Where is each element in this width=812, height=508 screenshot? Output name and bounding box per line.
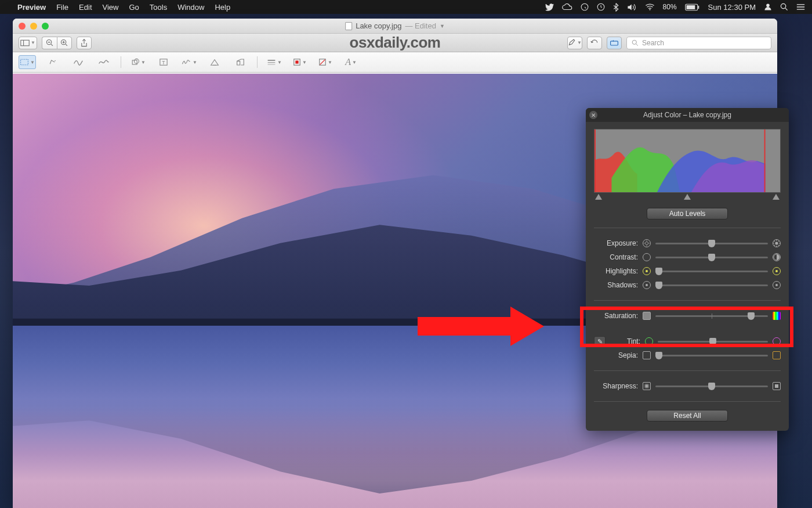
battery-percent: 80% — [663, 3, 677, 11]
mid-point-handle[interactable] — [684, 194, 691, 200]
adjust-size-button[interactable] — [231, 55, 249, 69]
window-titlebar[interactable]: Lake copy.jpg — Edited ▼ — [13, 19, 777, 34]
help-menu[interactable]: Help — [215, 3, 230, 12]
shapes-button[interactable]: ▼ — [129, 55, 147, 69]
tint-slider[interactable] — [658, 341, 768, 343]
view-menu[interactable]: View — [103, 3, 119, 12]
watermark-text: osxdaily.com — [350, 34, 441, 52]
highlights-high-icon — [773, 267, 781, 275]
text-style-button[interactable]: A▼ — [342, 55, 360, 69]
border-color-button[interactable]: ▼ — [291, 55, 309, 69]
go-menu[interactable]: Go — [129, 3, 139, 12]
tint-magenta-icon — [773, 337, 781, 345]
markup-toolbar: ▼ ▼ T ▼ ▼ ▼ ▼ A▼ — [13, 52, 777, 73]
file-menu[interactable]: File — [56, 3, 68, 12]
svg-point-6 — [781, 3, 785, 8]
svg-rect-22 — [764, 129, 766, 192]
histogram[interactable] — [594, 129, 781, 193]
black-point-handle[interactable] — [595, 194, 602, 200]
zoom-in-button[interactable] — [57, 37, 72, 49]
sketch-button[interactable] — [70, 55, 87, 69]
contrast-slider[interactable] — [655, 257, 768, 258]
saturation-high-icon — [773, 312, 781, 320]
annotation-arrow — [418, 307, 574, 346]
highlight-button[interactable]: ▼ — [567, 37, 582, 49]
document-icon — [345, 22, 352, 30]
contrast-high-icon — [773, 253, 781, 261]
saturation-low-icon — [643, 312, 651, 320]
svg-point-24 — [775, 242, 778, 244]
panel-title-text: Adjust Color – Lake copy.jpg — [643, 111, 731, 119]
highlights-label: Highlights: — [594, 267, 638, 275]
bluetooth-menu-icon[interactable] — [613, 3, 619, 12]
highlights-slider-row: Highlights: — [594, 264, 781, 278]
sharpness-slider-row: Sharpness: — [594, 379, 781, 393]
svg-rect-27 — [775, 384, 778, 388]
text-button[interactable]: T — [155, 55, 172, 69]
sharpness-slider[interactable] — [655, 385, 768, 387]
instant-alpha-button[interactable] — [44, 55, 61, 69]
white-point-handle[interactable] — [773, 194, 780, 200]
exposure-high-icon — [773, 239, 781, 247]
volume-menu-icon[interactable] — [627, 3, 637, 11]
battery-menu-icon[interactable] — [685, 3, 700, 11]
tint-eyedropper-button[interactable]: ✎ — [594, 336, 606, 347]
close-window-button[interactable] — [19, 23, 26, 30]
zoom-out-button[interactable] — [42, 37, 57, 49]
svg-point-11 — [632, 40, 636, 44]
adjust-color-button[interactable] — [206, 55, 223, 69]
contrast-slider-row: Contrast: — [594, 250, 781, 264]
tint-green-icon — [645, 337, 653, 345]
edit-menu[interactable]: Edit — [79, 3, 92, 12]
timemachine-menu-icon[interactable] — [597, 3, 605, 11]
tint-slider-row: ✎ Tint: — [594, 334, 781, 348]
draw-button[interactable] — [95, 55, 113, 69]
reset-all-button[interactable]: Reset All — [647, 410, 728, 421]
svg-rect-4 — [686, 5, 695, 9]
twitter-menu-icon[interactable] — [545, 3, 554, 11]
share-button[interactable] — [77, 37, 92, 49]
shadows-low-icon — [643, 281, 651, 289]
zoom-window-button[interactable] — [42, 23, 49, 30]
minimize-window-button[interactable] — [30, 23, 37, 30]
line-style-button[interactable]: ▼ — [266, 55, 283, 69]
notification-center-icon[interactable] — [796, 3, 805, 10]
sepia-slider[interactable] — [655, 355, 768, 356]
fill-color-button[interactable]: ▼ — [317, 55, 334, 69]
svg-point-2 — [649, 9, 650, 10]
app-menu[interactable]: Preview — [17, 3, 46, 12]
panel-close-button[interactable]: ✕ — [589, 111, 597, 119]
search-input[interactable]: Search — [626, 37, 771, 49]
user-menu-icon[interactable] — [764, 3, 772, 11]
sepia-label: Sepia: — [594, 351, 638, 359]
highlights-slider[interactable] — [655, 271, 768, 272]
svg-rect-5 — [698, 5, 699, 8]
panel-titlebar[interactable]: ✕ Adjust Color – Lake copy.jpg — [586, 108, 789, 122]
sepia-low-icon — [643, 351, 651, 359]
spotlight-menu-icon[interactable] — [780, 3, 788, 11]
sidebar-view-button[interactable]: ▼ — [19, 37, 37, 49]
clock[interactable]: Sun 12:30 PM — [708, 3, 756, 12]
window-title[interactable]: Lake copy.jpg — Edited ▼ — [345, 21, 445, 30]
auto-levels-button[interactable]: Auto Levels — [647, 208, 728, 219]
exposure-slider-row: Exposure: — [594, 236, 781, 250]
exposure-slider[interactable] — [655, 243, 768, 244]
saturation-slider[interactable] — [655, 315, 768, 317]
backup-menu-icon[interactable] — [581, 3, 589, 11]
sign-button[interactable]: ▼ — [180, 55, 198, 69]
svg-rect-19 — [295, 60, 298, 63]
selection-tool-button[interactable]: ▼ — [19, 55, 36, 69]
rotate-button[interactable] — [587, 37, 602, 49]
sharpness-high-icon — [773, 382, 781, 390]
wifi-menu-icon[interactable] — [645, 3, 655, 10]
tint-label: Tint: — [612, 337, 640, 345]
markup-button[interactable] — [607, 37, 622, 49]
window-menu[interactable]: Window — [177, 3, 204, 12]
window-filename: Lake copy.jpg — [356, 21, 401, 30]
cloud-menu-icon[interactable] — [562, 3, 572, 10]
adjust-color-panel: ✕ Adjust Color – Lake copy.jpg Auto Leve… — [586, 108, 789, 431]
tools-menu[interactable]: Tools — [150, 3, 167, 12]
shadows-label: Shadows: — [594, 281, 638, 289]
shadows-slider[interactable] — [655, 284, 768, 286]
svg-rect-10 — [611, 41, 618, 45]
